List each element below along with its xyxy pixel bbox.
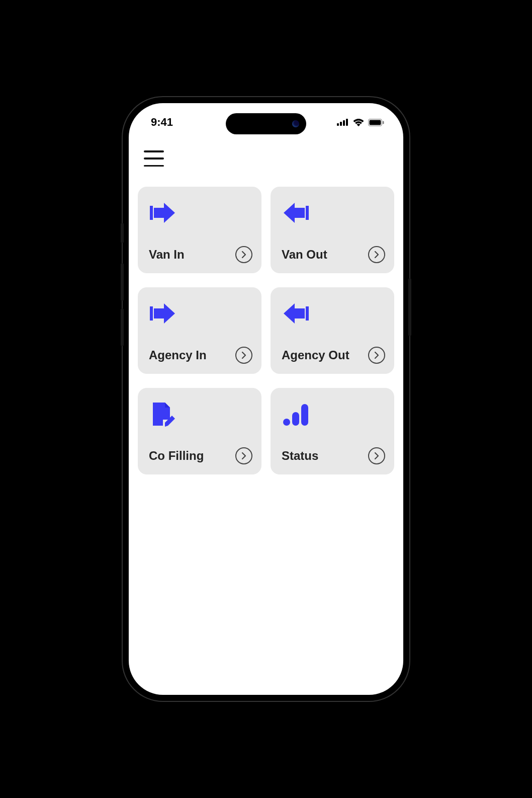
- svg-rect-5: [370, 120, 381, 125]
- svg-rect-2: [343, 120, 345, 126]
- svg-rect-9: [306, 206, 309, 220]
- svg-rect-7: [150, 206, 153, 220]
- power-button: [408, 278, 411, 336]
- svg-point-16: [283, 419, 290, 426]
- svg-rect-6: [383, 121, 384, 124]
- card-van-out[interactable]: Van Out: [271, 187, 394, 273]
- status-icons: [337, 118, 384, 126]
- chart-icon: [282, 400, 310, 428]
- camera-icon: [292, 120, 299, 127]
- card-label: Status: [282, 449, 318, 463]
- svg-rect-3: [346, 119, 348, 126]
- card-status[interactable]: Status: [271, 388, 394, 474]
- card-co-filling[interactable]: Co Filling: [138, 388, 261, 474]
- card-label: Agency In: [149, 348, 207, 362]
- svg-marker-8: [154, 203, 175, 223]
- battery-icon: [368, 119, 384, 126]
- card-label: Van Out: [282, 248, 327, 262]
- chevron-right-icon: [235, 246, 252, 263]
- arrow-in-icon: [149, 199, 177, 227]
- svg-marker-10: [284, 203, 305, 223]
- arrow-out-icon: [282, 299, 310, 328]
- card-van-in[interactable]: Van In: [138, 187, 261, 273]
- chevron-right-icon: [368, 347, 385, 364]
- hamburger-icon: [144, 150, 164, 152]
- arrow-in-icon: [149, 299, 177, 328]
- volume-down-button: [121, 308, 124, 346]
- arrow-out-icon: [282, 199, 310, 227]
- card-label: Agency Out: [282, 348, 349, 362]
- svg-rect-1: [340, 122, 342, 126]
- screen: 9:41 Van In: [129, 103, 403, 695]
- volume-up-button: [121, 263, 124, 301]
- phone-frame: 9:41 Van In: [123, 97, 409, 701]
- chevron-right-icon: [235, 447, 252, 464]
- svg-marker-14: [284, 303, 305, 324]
- svg-rect-17: [292, 412, 299, 426]
- side-button: [121, 223, 124, 243]
- wifi-icon: [353, 118, 364, 126]
- chevron-right-icon: [235, 347, 252, 364]
- dynamic-island: [226, 113, 306, 134]
- svg-rect-13: [306, 306, 309, 321]
- card-grid: Van In Van Out Agency In: [129, 167, 403, 474]
- card-label: Co Filling: [149, 449, 204, 463]
- svg-rect-0: [337, 123, 339, 126]
- svg-rect-11: [150, 306, 153, 321]
- svg-rect-18: [301, 404, 308, 426]
- status-time: 9:41: [151, 116, 173, 129]
- svg-marker-12: [154, 303, 175, 324]
- file-edit-icon: [149, 400, 177, 428]
- cellular-icon: [337, 119, 349, 126]
- menu-button[interactable]: [144, 150, 164, 167]
- chevron-right-icon: [368, 246, 385, 263]
- card-label: Van In: [149, 248, 185, 262]
- chevron-right-icon: [368, 447, 385, 464]
- card-agency-in[interactable]: Agency In: [138, 287, 261, 374]
- card-agency-out[interactable]: Agency Out: [271, 287, 394, 374]
